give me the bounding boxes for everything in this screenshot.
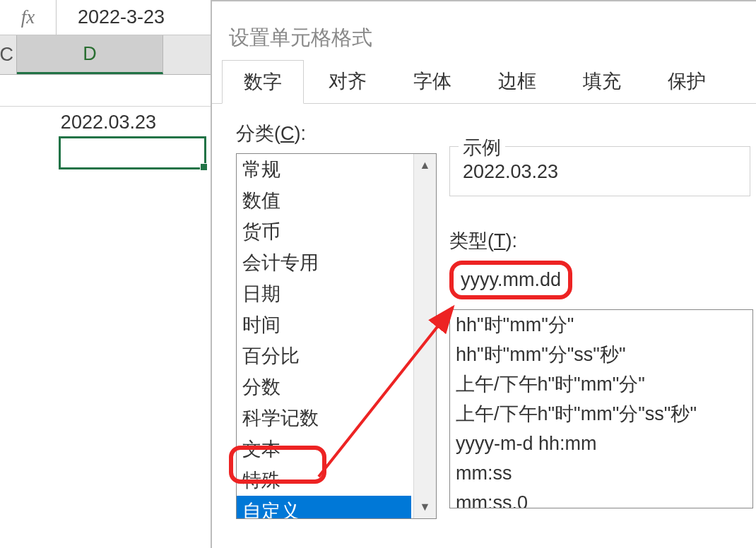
- tab-protection[interactable]: 保护: [646, 59, 728, 103]
- category-item-currency[interactable]: 货币: [237, 216, 436, 247]
- type-label: 类型(T):: [449, 228, 753, 254]
- type-input-highlight: yyyy.mm.dd: [449, 261, 572, 299]
- type-option[interactable]: 上午/下午h"时"mm"分": [456, 369, 752, 399]
- selection-indicator: [59, 136, 206, 169]
- category-item-percentage[interactable]: 百分比: [237, 340, 436, 371]
- example-value: 2022.03.23: [463, 161, 737, 183]
- category-item-scientific[interactable]: 科学记数: [237, 403, 436, 434]
- category-scrollbar[interactable]: ▲ ▼: [413, 154, 436, 518]
- type-section: 类型(T): yyyy.mm.dd hh"时"mm"分" hh"时"mm"分"s…: [449, 228, 753, 508]
- category-item-custom[interactable]: 自定义: [237, 496, 411, 519]
- category-item-special[interactable]: 特殊: [237, 465, 436, 496]
- type-input[interactable]: yyyy.mm.dd: [458, 268, 564, 292]
- category-item-accounting[interactable]: 会计专用: [237, 247, 436, 278]
- category-item-general[interactable]: 常规: [237, 154, 436, 185]
- scroll-up-icon[interactable]: ▲: [414, 154, 436, 177]
- type-option[interactable]: hh"时"mm"分"ss"秒": [456, 340, 752, 369]
- type-option[interactable]: 上午/下午h"时"mm"分"ss"秒": [456, 399, 752, 429]
- tab-border[interactable]: 边框: [476, 59, 558, 103]
- example-label: 示例: [459, 135, 505, 160]
- type-option[interactable]: yyyy-m-d hh:mm: [456, 429, 752, 458]
- cell-value[interactable]: 2022.03.23: [17, 107, 163, 138]
- fx-icon[interactable]: fx: [0, 0, 57, 35]
- tab-fill[interactable]: 填充: [561, 59, 643, 103]
- dialog-title: 设置单元格格式: [212, 1, 756, 61]
- type-option[interactable]: hh"时"mm"分": [456, 310, 752, 340]
- scroll-down-icon[interactable]: ▼: [414, 496, 436, 518]
- dialog-tabs: 数字 对齐 字体 边框 填充 保护: [212, 61, 756, 104]
- tab-font[interactable]: 字体: [391, 59, 473, 103]
- example-group: 示例 2022.03.23: [449, 146, 750, 196]
- category-item-text[interactable]: 文本: [237, 434, 436, 465]
- category-list[interactable]: 常规 数值 货币 会计专用 日期 时间 百分比 分数 科学记数 文本 特殊 自定…: [236, 153, 437, 519]
- type-option[interactable]: mm:ss.0: [456, 488, 752, 508]
- column-header-d[interactable]: D: [17, 35, 163, 74]
- tab-alignment[interactable]: 对齐: [307, 59, 389, 103]
- tab-number[interactable]: 数字: [222, 60, 304, 104]
- dialog-body: 分类(C): 常规 数值 货币 会计专用 日期 时间 百分比 分数 科学记数 文…: [212, 104, 756, 519]
- type-option[interactable]: mm:ss: [456, 458, 752, 488]
- column-header-c[interactable]: C: [0, 35, 17, 74]
- formula-value[interactable]: 2022-3-23: [57, 6, 165, 28]
- format-cells-dialog: 设置单元格格式 数字 对齐 字体 边框 填充 保护 分类(C): 常规 数值 货…: [211, 0, 756, 548]
- category-item-time[interactable]: 时间: [237, 309, 436, 340]
- category-item-fraction[interactable]: 分数: [237, 371, 436, 403]
- type-list[interactable]: hh"时"mm"分" hh"时"mm"分"ss"秒" 上午/下午h"时"mm"分…: [449, 309, 753, 508]
- category-item-number[interactable]: 数值: [237, 185, 436, 216]
- category-item-date[interactable]: 日期: [237, 278, 436, 309]
